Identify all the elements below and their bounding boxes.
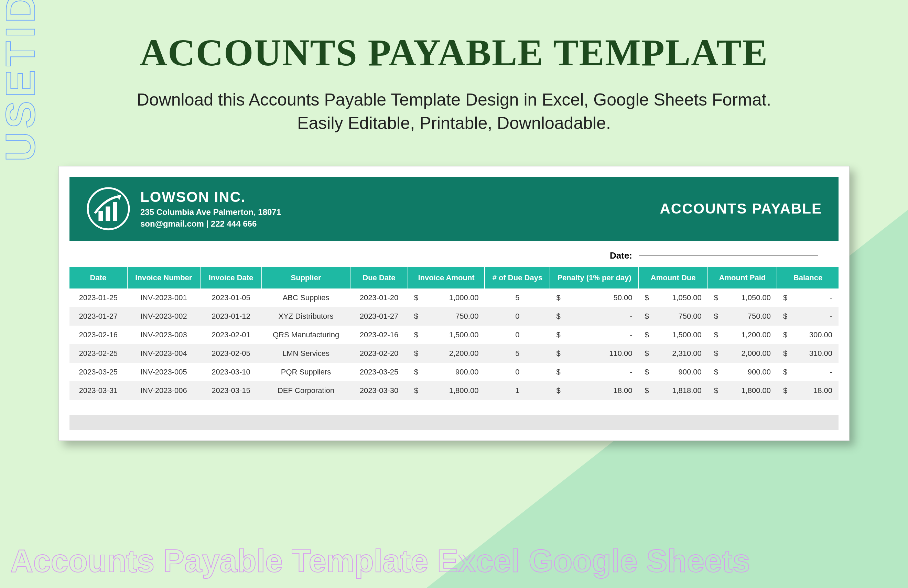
document-title: ACCOUNTS PAYABLE (660, 201, 822, 217)
cell-penalty: $- (550, 363, 638, 381)
cell-date: 2023-01-25 (69, 289, 127, 307)
company-address: 235 Columbia Ave Palmerton, 18071 (140, 207, 281, 217)
cell-due_date: 2023-03-25 (350, 363, 408, 381)
brand-text: LOWSON INC. 235 Columbia Ave Palmerton, … (140, 189, 281, 229)
cell-amount_due: $1,500.00 (639, 326, 708, 344)
table-row: 2023-02-16INV-2023-0032023-02-01QRS Manu… (69, 326, 839, 344)
company-name: LOWSON INC. (140, 189, 281, 205)
cell-due_date: 2023-01-27 (350, 307, 408, 326)
footer-caption: Accounts Payable Template Excel Google S… (10, 544, 750, 578)
cell-balance: $- (777, 289, 839, 307)
cell-penalty: $110.00 (550, 344, 638, 363)
svg-rect-1 (98, 211, 103, 221)
company-logo-icon (86, 186, 131, 231)
cell-date: 2023-03-31 (69, 381, 127, 400)
brand-block: LOWSON INC. 235 Columbia Ave Palmerton, … (86, 186, 281, 231)
cell-date: 2023-03-25 (69, 363, 127, 381)
cell-due_date: 2023-02-16 (350, 326, 408, 344)
table-row-blank (69, 400, 839, 415)
cell-penalty: $- (550, 307, 638, 326)
svg-rect-3 (113, 202, 117, 221)
cell-amount_paid: $750.00 (708, 307, 777, 326)
main-content: ACCOUNTS PAYABLE TEMPLATE Download this … (0, 0, 908, 441)
cell-supplier: PQR Suppliers (262, 363, 350, 381)
cell-supplier: XYZ Distributors (262, 307, 350, 326)
cell-invoice_date: 2023-03-15 (200, 381, 262, 400)
date-blank-line (639, 255, 818, 256)
cell-invoice_amount: $900.00 (408, 363, 485, 381)
cell-amount_paid: $1,800.00 (708, 381, 777, 400)
cell-amount_paid: $1,050.00 (708, 289, 777, 307)
col-penalty: Penalty (1% per day) (550, 267, 638, 289)
sheet-header: LOWSON INC. 235 Columbia Ave Palmerton, … (69, 177, 839, 241)
cell-amount_paid: $900.00 (708, 363, 777, 381)
cell-due_date: 2023-02-20 (350, 344, 408, 363)
cell-invoice_number: INV-2023-006 (127, 381, 200, 400)
cell-invoice_amount: $750.00 (408, 307, 485, 326)
cell-due_days: 1 (485, 381, 550, 400)
col-balance: Balance (777, 267, 839, 289)
cell-invoice_number: INV-2023-004 (127, 344, 200, 363)
cell-invoice_amount: $1,800.00 (408, 381, 485, 400)
cell-due_days: 5 (485, 344, 550, 363)
table-row-summary (69, 415, 839, 430)
cell-amount_due: $2,310.00 (639, 344, 708, 363)
cell-date: 2023-01-27 (69, 307, 127, 326)
table-row: 2023-01-25INV-2023-0012023-01-05ABC Supp… (69, 289, 839, 307)
col-invoice-number: Invoice Number (127, 267, 200, 289)
svg-rect-2 (106, 207, 110, 221)
cell-date: 2023-02-25 (69, 344, 127, 363)
accounts-payable-table: Date Invoice Number Invoice Date Supplie… (69, 267, 839, 430)
cell-balance: $300.00 (777, 326, 839, 344)
cell-due_days: 5 (485, 289, 550, 307)
spreadsheet-preview: LOWSON INC. 235 Columbia Ave Palmerton, … (58, 166, 850, 441)
cell-balance: $18.00 (777, 381, 839, 400)
cell-supplier: ABC Supplies (262, 289, 350, 307)
cell-due_days: 0 (485, 363, 550, 381)
cell-balance: $- (777, 307, 839, 326)
cell-due_date: 2023-01-20 (350, 289, 408, 307)
col-invoice-amount: Invoice Amount (408, 267, 485, 289)
col-invoice-date: Invoice Date (200, 267, 262, 289)
page-subtitle: Download this Accounts Payable Template … (34, 88, 874, 135)
cell-penalty: $50.00 (550, 289, 638, 307)
col-amount-due: Amount Due (639, 267, 708, 289)
cell-penalty: $18.00 (550, 381, 638, 400)
cell-invoice_date: 2023-02-01 (200, 326, 262, 344)
cell-invoice_amount: $2,200.00 (408, 344, 485, 363)
cell-due_days: 0 (485, 307, 550, 326)
col-supplier: Supplier (262, 267, 350, 289)
cell-amount_paid: $1,200.00 (708, 326, 777, 344)
cell-invoice_number: INV-2023-001 (127, 289, 200, 307)
col-date: Date (69, 267, 127, 289)
cell-invoice_amount: $1,500.00 (408, 326, 485, 344)
cell-amount_due: $750.00 (639, 307, 708, 326)
cell-invoice_date: 2023-02-05 (200, 344, 262, 363)
cell-invoice_date: 2023-03-10 (200, 363, 262, 381)
table-row: 2023-03-25INV-2023-0052023-03-10PQR Supp… (69, 363, 839, 381)
cell-amount_due: $1,818.00 (639, 381, 708, 400)
cell-due_date: 2023-03-30 (350, 381, 408, 400)
col-due-days: # of Due Days (485, 267, 550, 289)
cell-invoice_amount: $1,000.00 (408, 289, 485, 307)
cell-balance: $- (777, 363, 839, 381)
cell-due_days: 0 (485, 326, 550, 344)
cell-amount_due: $900.00 (639, 363, 708, 381)
table-row: 2023-01-27INV-2023-0022023-01-12XYZ Dist… (69, 307, 839, 326)
cell-balance: $310.00 (777, 344, 839, 363)
table-row: 2023-03-31INV-2023-0062023-03-15DEF Corp… (69, 381, 839, 400)
table-header-row: Date Invoice Number Invoice Date Supplie… (69, 267, 839, 289)
date-row: Date: (69, 241, 839, 267)
cell-invoice_number: INV-2023-003 (127, 326, 200, 344)
cell-invoice_number: INV-2023-002 (127, 307, 200, 326)
date-label: Date: (610, 250, 632, 261)
subtitle-line-1: Download this Accounts Payable Template … (34, 88, 874, 112)
company-contact: son@gmail.com | 222 444 666 (140, 219, 281, 229)
cell-invoice_date: 2023-01-12 (200, 307, 262, 326)
cell-date: 2023-02-16 (69, 326, 127, 344)
cell-supplier: LMN Services (262, 344, 350, 363)
cell-amount_due: $1,050.00 (639, 289, 708, 307)
col-amount-paid: Amount Paid (708, 267, 777, 289)
table-row: 2023-02-25INV-2023-0042023-02-05LMN Serv… (69, 344, 839, 363)
cell-penalty: $- (550, 326, 638, 344)
